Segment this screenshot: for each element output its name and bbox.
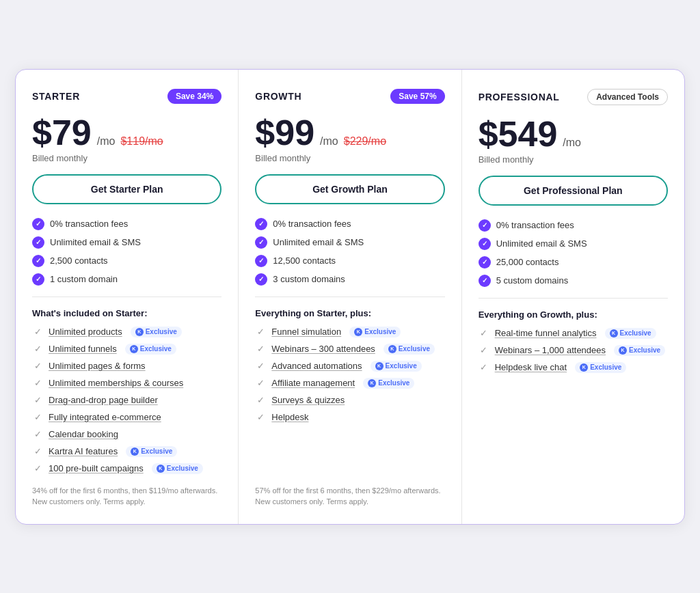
top-feature-text-growth-2: 12,500 contacts bbox=[273, 256, 336, 266]
check-icon-filled-growth-0 bbox=[255, 218, 267, 230]
feature-row-starter-4: ✓Drag-and-drop page builder bbox=[32, 395, 221, 406]
plan-badge-starter: Save 34% bbox=[167, 89, 221, 104]
top-feature-text-growth-0: 0% transaction fees bbox=[273, 219, 351, 229]
top-feature-professional-2: 25,000 contacts bbox=[479, 256, 668, 268]
top-features-growth: 0% transaction feesUnlimited email & SMS… bbox=[255, 218, 444, 297]
exclusive-icon-growth-3: K bbox=[368, 379, 376, 387]
exclusive-text-growth-1: Exclusive bbox=[399, 345, 430, 353]
check-icon-filled-professional-0 bbox=[479, 219, 491, 232]
exclusive-icon-professional-2: K bbox=[580, 363, 588, 372]
exclusive-icon-growth-1: K bbox=[388, 345, 396, 353]
price-main-growth: $99 bbox=[255, 115, 314, 150]
feature-row-starter-2: ✓Unlimited pages & forms bbox=[32, 361, 221, 372]
check-icon-light-growth-2: ✓ bbox=[255, 361, 266, 372]
top-feature-text-starter-1: Unlimited email & SMS bbox=[50, 237, 141, 247]
price-unit-professional: /mo bbox=[563, 137, 581, 149]
exclusive-icon-starter-7: K bbox=[131, 447, 139, 456]
check-icon-filled-growth-2 bbox=[255, 255, 267, 267]
exclusive-badge-professional-2: KExclusive bbox=[575, 362, 626, 373]
exclusive-text-starter-8: Exclusive bbox=[167, 465, 198, 472]
plan-header-professional: PROFESSIONALAdvanced Tools bbox=[479, 89, 668, 105]
features-list-growth: ✓Funnel simulationKExclusive✓Webinars – … bbox=[255, 327, 444, 474]
check-icon-light-starter-1: ✓ bbox=[32, 344, 43, 355]
feature-row-starter-5: ✓Fully integrated e-commerce bbox=[32, 412, 221, 423]
footer-note-growth: 57% off for the first 6 months, then $22… bbox=[255, 485, 444, 508]
exclusive-text-growth-0: Exclusive bbox=[364, 328, 396, 335]
check-icon-filled-starter-2 bbox=[32, 255, 44, 267]
check-icon-light-starter-4: ✓ bbox=[32, 395, 43, 406]
check-icon-filled-professional-2 bbox=[479, 256, 491, 268]
price-row-professional: $549/mo bbox=[479, 116, 668, 152]
price-unit-growth: /mo bbox=[320, 135, 338, 148]
feature-row-growth-0: ✓Funnel simulationKExclusive bbox=[255, 327, 444, 337]
feature-label-growth-2: Advanced automations bbox=[271, 361, 362, 371]
feature-row-starter-7: ✓Kartra AI featuresKExclusive bbox=[32, 446, 221, 457]
plan-header-growth: GROWTHSave 57% bbox=[255, 89, 444, 104]
top-feature-starter-1: Unlimited email & SMS bbox=[32, 236, 221, 249]
top-feature-text-starter-2: 2,500 contacts bbox=[50, 256, 108, 266]
check-icon-light-professional-0: ✓ bbox=[479, 328, 489, 339]
check-icon-light-growth-1: ✓ bbox=[255, 344, 266, 355]
plan-header-starter: STARTERSave 34% bbox=[32, 89, 221, 104]
exclusive-icon-professional-1: K bbox=[619, 346, 627, 355]
section-title-starter: What's included on Starter: bbox=[32, 308, 221, 318]
plan-badge-growth: Save 57% bbox=[390, 89, 444, 104]
check-icon-light-starter-6: ✓ bbox=[32, 429, 43, 440]
feature-row-starter-0: ✓Unlimited productsKExclusive bbox=[32, 327, 221, 337]
exclusive-text-growth-2: Exclusive bbox=[386, 362, 417, 370]
cta-button-starter[interactable]: Get Starter Plan bbox=[32, 174, 221, 204]
feature-label-starter-1: Unlimited funnels bbox=[49, 344, 117, 354]
check-icon-light-professional-2: ✓ bbox=[479, 362, 489, 373]
feature-label-starter-5: Fully integrated e-commerce bbox=[49, 412, 161, 422]
exclusive-badge-growth-1: KExclusive bbox=[383, 344, 435, 355]
top-feature-starter-2: 2,500 contacts bbox=[32, 255, 221, 267]
exclusive-text-starter-0: Exclusive bbox=[146, 328, 177, 335]
check-icon-filled-starter-1 bbox=[32, 236, 44, 249]
footer-note-starter: 34% off for the first 6 months, then $11… bbox=[32, 485, 221, 508]
top-feature-text-growth-3: 3 custom domains bbox=[273, 274, 345, 284]
exclusive-badge-starter-7: KExclusive bbox=[126, 446, 177, 457]
exclusive-icon-professional-0: K bbox=[610, 329, 618, 337]
exclusive-badge-starter-0: KExclusive bbox=[131, 327, 182, 337]
feature-label-growth-5: Helpdesk bbox=[271, 412, 308, 422]
plan-name-professional: PROFESSIONAL bbox=[479, 92, 560, 102]
top-feature-growth-1: Unlimited email & SMS bbox=[255, 236, 444, 249]
top-feature-professional-0: 0% transaction fees bbox=[479, 219, 668, 232]
exclusive-badge-starter-1: KExclusive bbox=[125, 344, 176, 355]
check-icon-light-growth-3: ✓ bbox=[255, 378, 266, 389]
check-icon-light-growth-5: ✓ bbox=[255, 412, 266, 423]
top-feature-professional-3: 5 custom domains bbox=[479, 275, 668, 287]
feature-row-growth-3: ✓Affiliate managementKExclusive bbox=[255, 378, 444, 389]
exclusive-text-professional-2: Exclusive bbox=[590, 363, 621, 371]
exclusive-text-professional-0: Exclusive bbox=[620, 329, 651, 337]
top-feature-text-professional-0: 0% transaction fees bbox=[496, 220, 574, 230]
price-old-starter: $119/mo bbox=[120, 135, 163, 148]
exclusive-text-starter-7: Exclusive bbox=[141, 447, 172, 455]
feature-row-starter-1: ✓Unlimited funnelsKExclusive bbox=[32, 344, 221, 355]
check-icon-light-starter-5: ✓ bbox=[32, 412, 43, 423]
exclusive-badge-growth-3: KExclusive bbox=[363, 378, 414, 389]
exclusive-badge-growth-0: KExclusive bbox=[349, 327, 401, 337]
price-unit-starter: /mo bbox=[97, 135, 116, 148]
feature-row-growth-5: ✓Helpdesk bbox=[255, 412, 444, 423]
plan-column-growth: GROWTHSave 57%$99/mo$229/moBilled monthl… bbox=[239, 70, 461, 524]
exclusive-icon-starter-0: K bbox=[135, 328, 144, 336]
check-icon-filled-starter-0 bbox=[32, 218, 44, 230]
feature-label-professional-0: Real-time funnel analytics bbox=[495, 328, 597, 338]
cta-button-professional[interactable]: Get Professional Plan bbox=[479, 176, 668, 206]
section-title-growth: Everything on Starter, plus: bbox=[255, 308, 444, 318]
price-old-growth: $229/mo bbox=[344, 135, 386, 148]
exclusive-text-starter-1: Exclusive bbox=[140, 345, 172, 353]
top-feature-text-professional-3: 5 custom domains bbox=[496, 275, 569, 286]
check-icon-filled-growth-1 bbox=[255, 236, 267, 249]
cta-button-growth[interactable]: Get Growth Plan bbox=[255, 174, 444, 204]
check-icon-filled-professional-1 bbox=[479, 238, 491, 250]
top-feature-growth-3: 3 custom domains bbox=[255, 273, 444, 286]
top-feature-text-professional-2: 25,000 contacts bbox=[496, 257, 559, 267]
feature-row-starter-3: ✓Unlimited memberships & courses bbox=[32, 378, 221, 389]
exclusive-icon-starter-1: K bbox=[130, 345, 138, 353]
exclusive-icon-starter-8: K bbox=[157, 465, 165, 473]
check-icon-filled-growth-3 bbox=[255, 273, 267, 286]
check-icon-light-growth-4: ✓ bbox=[255, 395, 266, 406]
exclusive-badge-growth-2: KExclusive bbox=[371, 361, 422, 372]
